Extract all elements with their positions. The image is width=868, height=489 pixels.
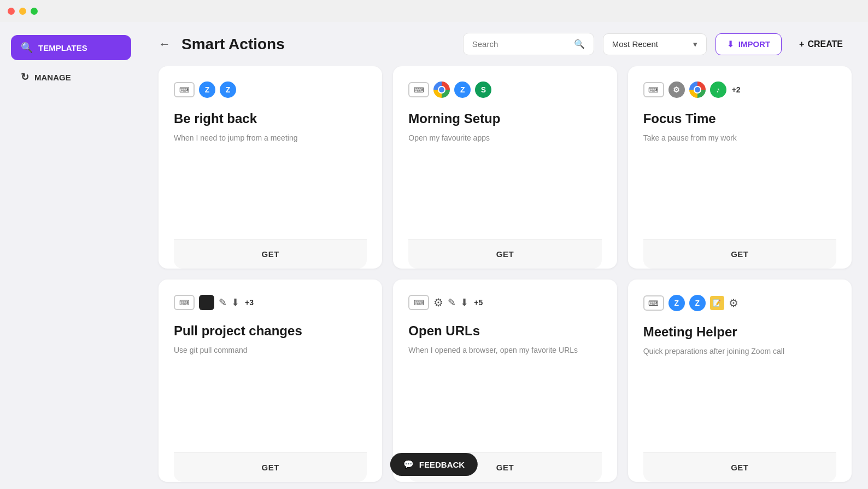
sidebar-item-templates-label: TEMPLATES bbox=[38, 43, 87, 53]
sheets-icon: S bbox=[475, 82, 491, 98]
card-pull-project-changes: ⌨ ✎ ⬇ +3 Pull project changes Use git pu… bbox=[159, 280, 382, 482]
header: ← Smart Actions 🔍 Most Recent ▾ ⬇ IMPORT… bbox=[142, 22, 868, 66]
manage-icon: ↻ bbox=[21, 71, 29, 83]
sidebar-item-manage[interactable]: ↻ MANAGE bbox=[11, 65, 131, 90]
keyboard-icon: ⌨ bbox=[408, 295, 429, 310]
card-focus-time: ⌨ ⚙ ♪ +2 Focus Time Take a pause from my… bbox=[628, 66, 852, 269]
card-icons: ⌨ Z Z 📝 ⚙ bbox=[643, 295, 836, 311]
keyboard-icon: ⌨ bbox=[174, 82, 195, 97]
zoom-icon-2: Z bbox=[689, 295, 706, 311]
zoom-icon-1: Z bbox=[199, 82, 215, 98]
sidebar-item-manage-label: MANAGE bbox=[34, 73, 71, 82]
card-title: Morning Setup bbox=[408, 111, 601, 127]
card-title: Focus Time bbox=[643, 111, 836, 127]
card-be-right-back: ⌨ Z Z Be right back When I need to jump … bbox=[159, 66, 382, 269]
card-title: Open URLs bbox=[408, 323, 601, 339]
traffic-light-green[interactable] bbox=[31, 8, 38, 15]
keyboard-icon: ⌨ bbox=[174, 295, 195, 310]
import-label: IMPORT bbox=[738, 39, 770, 49]
gear-icon: ⚙ bbox=[729, 296, 738, 310]
zoom-icon-2: Z bbox=[220, 82, 236, 98]
card-description: Take a pause from my work bbox=[643, 132, 836, 226]
zoom-icon-1: Z bbox=[668, 295, 685, 311]
card-meeting-helper: ⌨ Z Z 📝 ⚙ Meeting Helper Quick preparati… bbox=[628, 280, 852, 482]
card-description: Use git pull command bbox=[174, 345, 367, 439]
cards-grid: ⌨ Z Z Be right back When I need to jump … bbox=[159, 66, 852, 482]
chevron-down-icon: ▾ bbox=[693, 39, 697, 49]
card-title: Pull project changes bbox=[174, 323, 367, 339]
card-description: Quick preparations after joining Zoom ca… bbox=[643, 346, 836, 439]
card-icons: ⌨ Z Z bbox=[174, 82, 367, 98]
keyboard-icon: ⌨ bbox=[643, 295, 664, 311]
card-description: When I opened a browser, open my favorit… bbox=[408, 345, 601, 439]
import-button[interactable]: ⬇ IMPORT bbox=[715, 33, 782, 55]
sidebar-item-templates[interactable]: 🔍 TEMPLATES bbox=[11, 35, 131, 60]
traffic-light-yellow[interactable] bbox=[19, 8, 26, 15]
page-title: Smart Actions bbox=[181, 36, 454, 53]
search-input[interactable] bbox=[472, 39, 568, 49]
get-button-be-right-back[interactable]: GET bbox=[174, 239, 367, 269]
card-description: When I need to jump from a meeting bbox=[174, 132, 367, 226]
gear-icon: ⚙ bbox=[668, 82, 685, 98]
create-label: CREATE bbox=[807, 39, 843, 49]
extra-badge: +2 bbox=[732, 85, 741, 94]
chrome-icon bbox=[689, 82, 706, 98]
keyboard-icon: ⌨ bbox=[408, 82, 429, 97]
card-morning-setup: ⌨ Z S Morning Setup Open my favourite ap… bbox=[393, 66, 617, 269]
extra-badge: +3 bbox=[245, 298, 254, 307]
spotify-icon: ♪ bbox=[710, 82, 726, 98]
feedback-label: FEEDBACK bbox=[419, 460, 465, 469]
download-icon: ⬇ bbox=[460, 296, 468, 308]
plus-icon: + bbox=[799, 39, 804, 49]
sort-dropdown[interactable]: Most Recent ▾ bbox=[603, 33, 707, 55]
keyboard-icon: ⌨ bbox=[643, 82, 664, 97]
sort-label: Most Recent bbox=[612, 39, 658, 49]
feedback-button[interactable]: 💬 FEEDBACK bbox=[390, 453, 478, 476]
import-icon: ⬇ bbox=[727, 39, 734, 49]
card-icons: ⌨ ⚙ ♪ +2 bbox=[643, 82, 836, 98]
extra-badge: +5 bbox=[474, 298, 483, 307]
main-content: ← Smart Actions 🔍 Most Recent ▾ ⬇ IMPORT… bbox=[142, 22, 868, 489]
note-icon: 📝 bbox=[710, 296, 724, 310]
gear-icon: ⚙ bbox=[433, 296, 443, 309]
pencil-icon: ✎ bbox=[448, 296, 456, 308]
feedback-icon: 💬 bbox=[403, 459, 414, 469]
download-icon: ⬇ bbox=[231, 296, 239, 308]
card-title: Meeting Helper bbox=[643, 324, 836, 340]
get-button-morning-setup[interactable]: GET bbox=[408, 239, 601, 269]
card-icons: ⌨ ✎ ⬇ +3 bbox=[174, 295, 367, 310]
card-title: Be right back bbox=[174, 111, 367, 127]
traffic-light-red[interactable] bbox=[8, 8, 15, 15]
card-icons: ⌨ Z S bbox=[408, 82, 601, 98]
cards-area: ⌨ Z Z Be right back When I need to jump … bbox=[142, 66, 868, 489]
get-button-meeting-helper[interactable]: GET bbox=[643, 452, 836, 482]
card-description: Open my favourite apps bbox=[408, 132, 601, 226]
search-icon: 🔍 bbox=[21, 42, 33, 54]
zoom-icon: Z bbox=[454, 82, 471, 98]
card-open-urls: ⌨ ⚙ ✎ ⬇ +5 Open URLs When I opened a bro… bbox=[393, 280, 617, 482]
black-icon bbox=[199, 295, 214, 310]
card-icons: ⌨ ⚙ ✎ ⬇ +5 bbox=[408, 295, 601, 310]
titlebar bbox=[0, 0, 868, 22]
sidebar: 🔍 TEMPLATES ↻ MANAGE bbox=[0, 22, 142, 489]
search-box[interactable]: 🔍 bbox=[463, 33, 594, 55]
get-button-focus-time[interactable]: GET bbox=[643, 239, 836, 269]
back-button[interactable]: ← bbox=[159, 37, 171, 51]
pencil-icon: ✎ bbox=[219, 296, 227, 308]
create-button[interactable]: + CREATE bbox=[790, 34, 852, 55]
chrome-icon bbox=[433, 82, 450, 98]
get-button-pull-project-changes[interactable]: GET bbox=[174, 452, 367, 482]
app: 🔍 TEMPLATES ↻ MANAGE ← Smart Actions 🔍 M… bbox=[0, 22, 868, 489]
search-icon: 🔍 bbox=[574, 39, 585, 49]
